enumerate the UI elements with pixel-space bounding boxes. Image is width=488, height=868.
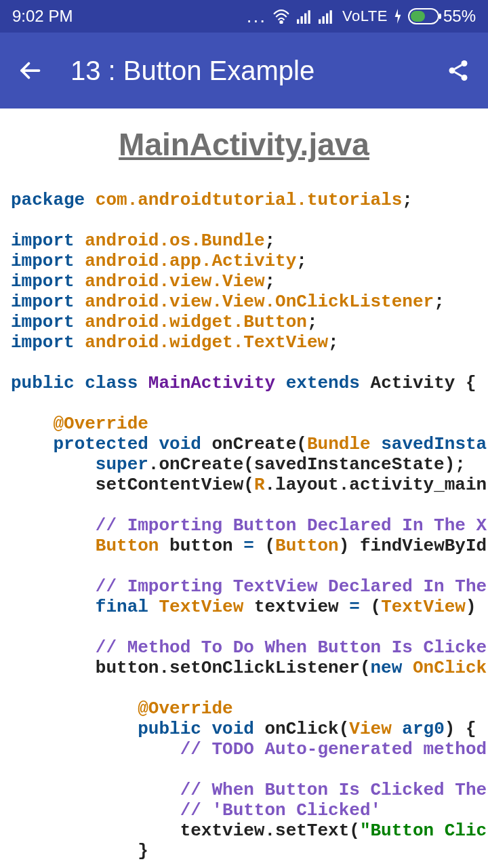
svg-rect-5 [319,19,321,24]
battery-icon [408,8,439,24]
svg-rect-6 [323,16,325,24]
svg-line-13 [455,65,462,69]
signal-icon-1 [296,9,312,24]
volte-label: VoLTE [342,7,388,25]
svg-point-12 [462,75,468,81]
more-icon: ... [247,5,266,27]
battery-pct: 55% [443,7,476,26]
share-button[interactable] [443,56,473,85]
charging-icon [393,9,403,24]
back-button[interactable] [15,56,45,85]
arrow-left-icon [18,58,42,83]
signal-icon-2 [318,9,334,24]
svg-rect-2 [301,16,303,24]
svg-rect-8 [330,10,332,24]
content[interactable]: MainActivity.java package com.androidtut… [0,108,488,861]
svg-point-0 [280,21,282,23]
svg-rect-7 [326,14,328,24]
svg-point-10 [462,60,468,66]
file-title: MainActivity.java [11,126,477,163]
app-title: 13 : Button Example [70,56,443,86]
svg-point-11 [449,68,455,74]
battery-indicator: 55% [408,7,476,26]
status-time: 9:02 PM [12,7,73,26]
svg-rect-1 [297,19,299,24]
code-block: package com.androidtutorial.tutorials; i… [11,190,477,861]
share-icon [446,58,470,83]
svg-rect-4 [308,10,310,24]
status-right: ... VoLTE 55% [247,5,476,27]
status-bar: 9:02 PM ... VoLTE 55% [0,0,488,33]
svg-line-14 [455,72,462,76]
svg-rect-3 [304,14,306,24]
wifi-icon [272,9,291,24]
app-bar: 13 : Button Example [0,33,488,108]
